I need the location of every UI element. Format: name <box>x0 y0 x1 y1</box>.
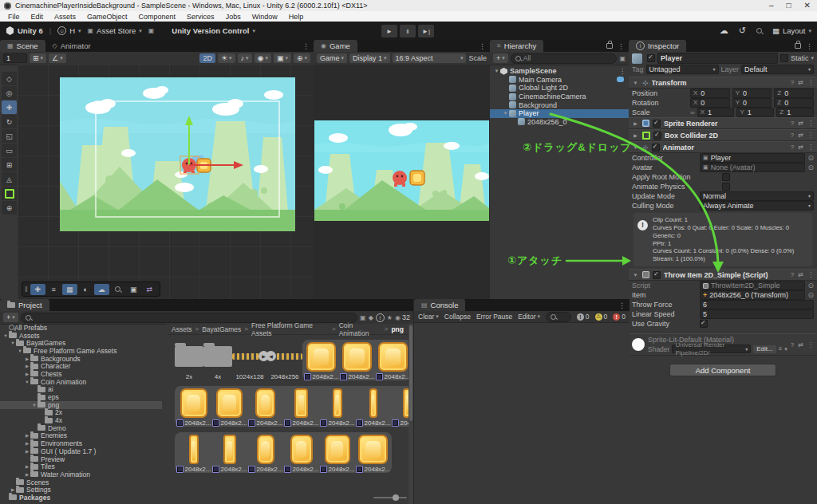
position-z-field[interactable]: Z0 <box>774 89 814 98</box>
linear-speed-field[interactable]: 5 <box>700 309 814 319</box>
render-mode-icon[interactable]: ◐ <box>78 284 93 295</box>
menu-file[interactable]: File <box>2 13 26 21</box>
help-icon[interactable]: ? <box>791 120 794 127</box>
expand-arrow[interactable]: ▶ <box>24 364 30 368</box>
expand-arrow[interactable]: ▼ <box>31 403 37 408</box>
project-tree-item-all-prefabs[interactable]: All Prefabs <box>0 324 162 332</box>
use-gravity-checkbox[interactable] <box>700 320 708 328</box>
more-icon[interactable]: ⋮ <box>807 271 814 278</box>
asset-coin-sprite[interactable]: 2048x2... <box>283 388 319 427</box>
asset-coin-sprite[interactable]: 2048x2... <box>355 388 391 427</box>
history-icon[interactable]: ↺ <box>739 26 746 36</box>
component-enabled-checkbox[interactable] <box>653 271 661 279</box>
tab-console[interactable]: ▤ Console <box>414 299 465 311</box>
error-pause-toggle[interactable]: Error Pause <box>476 313 512 321</box>
static-checkbox[interactable] <box>780 54 788 62</box>
more-icon[interactable]: ⋮ <box>302 42 310 50</box>
asset-coin-sprite[interactable]: 2048x2... <box>176 434 211 473</box>
view-tool[interactable]: ◇ <box>2 72 17 85</box>
expand-arrow[interactable]: ▶ <box>10 487 16 492</box>
cloud-icon[interactable]: ☁ <box>720 26 728 36</box>
hidden-asset-count[interactable]: ◉ 32 <box>395 313 410 321</box>
presets-icon[interactable]: ⇄ <box>798 271 803 278</box>
error-count[interactable]: !0 <box>613 313 626 321</box>
expand-arrow[interactable]: ▶ <box>24 449 30 454</box>
material-menu-icon[interactable]: ≡ <box>779 345 783 352</box>
shader-dropdown[interactable]: Universal Render Pipeline/2D/▾ <box>672 345 751 353</box>
open-asset-icon[interactable]: ▣ <box>360 314 366 321</box>
scale-x-field[interactable]: X1 <box>697 108 735 117</box>
2d-toggle[interactable]: 2D <box>199 53 215 63</box>
rotate-tool[interactable]: ↻ <box>2 115 17 128</box>
package-filter-icon[interactable]: ◆ <box>369 314 373 321</box>
shuffle-overlay-icon[interactable]: ⇄ <box>142 284 157 295</box>
asset-coin-sprite[interactable]: 2048x2... <box>211 388 247 427</box>
hierarchy-item-cinemachinecamera[interactable]: CinemachineCamera <box>490 93 629 101</box>
presets-icon[interactable]: ⇄ <box>798 132 803 139</box>
more-icon[interactable]: ⋮ <box>806 42 813 50</box>
lock-icon[interactable] <box>606 43 613 49</box>
help-icon[interactable]: ? <box>791 144 794 151</box>
more-icon[interactable]: ⋮ <box>618 301 626 309</box>
component-enabled-checkbox[interactable] <box>653 120 661 128</box>
package-manager-icon[interactable]: ▣ <box>148 27 155 34</box>
avatar-object-field[interactable]: ▣None (Avatar) <box>700 163 805 172</box>
active-checkbox[interactable] <box>647 54 655 62</box>
expand-arrow[interactable]: ▶ <box>24 441 30 446</box>
throw-force-field[interactable]: 6 <box>700 300 814 309</box>
project-tree-item-preview[interactable]: Preview <box>0 455 162 463</box>
project-tree-item-coin-animation[interactable]: ▼Coin Animation <box>0 378 162 386</box>
aspect-dropdown[interactable]: 16:9 Aspect▾ <box>393 53 467 63</box>
position-x-field[interactable]: X0 <box>690 89 730 98</box>
item-field[interactable]: +2048x256_0 (Transform) <box>700 290 805 300</box>
project-tree-item-packages[interactable]: Packages <box>0 494 162 502</box>
search-overlay-icon[interactable] <box>110 284 125 295</box>
tab-inspector[interactable]: i Inspector <box>629 40 686 52</box>
scale-tool[interactable]: ◱ <box>2 129 17 143</box>
asset-coin-sprite[interactable]: 2048x2... <box>375 341 411 380</box>
create-asset-button[interactable]: +▾ <box>3 313 18 322</box>
tab-game[interactable]: ◉ Game <box>314 40 357 52</box>
update-mode-dropdown[interactable]: Normal▾ <box>700 191 814 201</box>
presets-icon[interactable]: ⇄ <box>798 79 803 86</box>
scene-picker-icon[interactable]: ▣ <box>619 55 626 62</box>
more-icon[interactable]: ⋮ <box>479 42 486 50</box>
breadcrumb-item-bayatgames[interactable]: BayatGames <box>202 325 241 333</box>
object-picker-icon[interactable]: ⊙ <box>807 282 814 289</box>
presets-icon[interactable]: ⇄ <box>798 144 803 151</box>
search-icon[interactable] <box>756 28 762 33</box>
expand-arrow[interactable]: ▶ <box>24 356 30 361</box>
rotation-z-field[interactable]: Z0 <box>774 98 814 108</box>
project-tree-item-character[interactable]: ▶Character <box>0 362 162 370</box>
script-component-header[interactable]: ▼ Throw Item 2D_Simple (Script) ?⇄⋮ <box>629 269 817 281</box>
warning-count[interactable]: ⚠0 <box>595 313 608 321</box>
component-header-sprite-renderer[interactable]: ▶Sprite Renderer?⇄⋮ <box>629 117 817 129</box>
more-icon[interactable]: ⋮ <box>807 79 814 86</box>
asset-coin-sprite[interactable]: 2048x2... <box>247 434 283 473</box>
game-mode-dropdown[interactable]: Game▾ <box>317 53 347 63</box>
breadcrumb-item-png[interactable]: png <box>391 325 404 333</box>
help-icon[interactable]: ? <box>791 132 794 139</box>
project-tree-item-assets[interactable]: ▼Assets <box>0 332 162 340</box>
rotation-x-field[interactable]: X0 <box>690 98 730 108</box>
component-enabled-checkbox[interactable] <box>652 144 660 152</box>
layout-dropdown[interactable]: ▦ Layout ▾ <box>772 26 811 35</box>
project-tree-item-enemies[interactable]: ▶Enemies <box>0 432 162 440</box>
camera-preview-toggle[interactable] <box>617 77 624 82</box>
view-options-icon[interactable]: ≡ <box>46 284 61 295</box>
menu-jobs[interactable]: Jobs <box>220 13 247 21</box>
more-icon[interactable]: ⋮ <box>807 132 814 139</box>
breadcrumb-item-coin-animation[interactable]: Coin Animation <box>339 321 381 337</box>
lighting-icon[interactable]: ☀▾ <box>218 53 235 63</box>
pause-button[interactable]: ‖ <box>400 25 416 37</box>
asset-folder-4x[interactable]: 4x <box>203 341 232 380</box>
more-icon[interactable]: ⋮ <box>807 341 814 348</box>
asset-coin-sprite[interactable]: 2048x2... <box>319 388 355 427</box>
presets-icon[interactable]: ⇄ <box>798 120 803 127</box>
rect-tool[interactable]: ▭ <box>2 144 17 157</box>
menu-gameobject[interactable]: GameObject <box>81 13 133 21</box>
collider-edit-tool[interactable] <box>2 187 17 200</box>
asset-coin-sprite[interactable]: 2048x2... <box>339 341 375 380</box>
more-icon[interactable]: ⋮ <box>619 68 626 75</box>
minimize-button[interactable]: – <box>769 1 774 10</box>
